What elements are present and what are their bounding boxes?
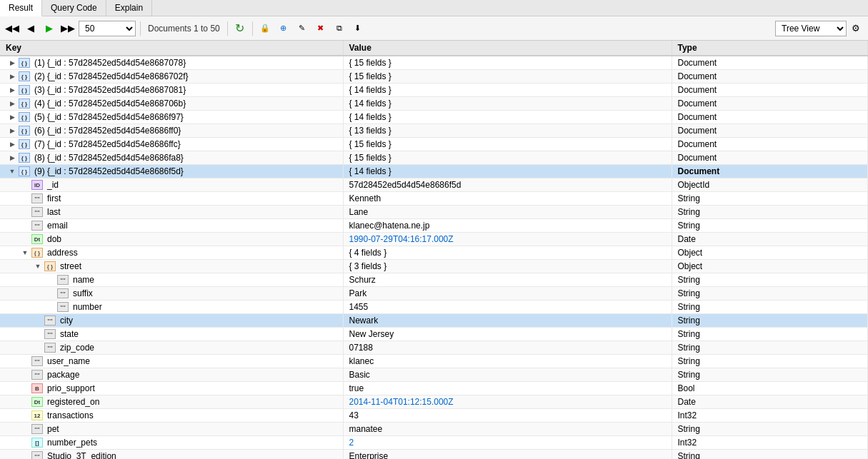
key-cell: ▶""first (0, 192, 343, 206)
table-row[interactable]: ▶""packageBasicString (0, 368, 868, 382)
tab-result[interactable]: Result (0, 0, 42, 16)
table-row[interactable]: ▶[]number_pets2Int32 (0, 436, 868, 450)
limit-select[interactable]: 50100200500 (79, 21, 136, 36)
first-btn[interactable]: ◀◀ (4, 21, 20, 36)
value-text: { 13 fields } (349, 126, 391, 136)
view-settings-btn[interactable]: ⚙ (848, 21, 864, 36)
str-icon: "" (31, 193, 43, 203)
table-row[interactable]: ▶ID_id57d28452ed5d4d54e8686f5dObjectId (0, 178, 868, 192)
str-icon: "" (31, 424, 43, 434)
table-row[interactable]: ▶12transactions43Int32 (0, 409, 868, 423)
table-row[interactable]: ▶{ }(3) {_id : 57d28452ed5d4d54e8687081}… (0, 84, 868, 97)
key-label: _id (47, 180, 59, 190)
key-cell: ▶{ }(7) {_id : 57d28452ed5d4d54e8686ffc} (0, 138, 343, 151)
value-text: { 4 fields } (349, 248, 387, 258)
table-row[interactable]: ▶""stateNew JerseyString (0, 328, 868, 341)
str-icon: "" (57, 275, 69, 285)
table-row[interactable]: ▶{ }(4) {_id : 57d28452ed5d4d54e868706b}… (0, 97, 868, 111)
value-text: 2 (349, 438, 354, 448)
str-icon: "" (31, 370, 43, 380)
table-row[interactable]: ▶""nameSchurzString (0, 273, 868, 287)
table-row[interactable]: ▶{ }(8) {_id : 57d28452ed5d4d54e8686fa8}… (0, 151, 868, 165)
value-text: New Jersey (349, 329, 394, 339)
type-cell: ObjectId (672, 178, 868, 192)
sep-1 (140, 21, 141, 36)
key-label: pet (47, 424, 59, 434)
type-cell: String (672, 301, 868, 314)
table-row[interactable]: ▶Dtregistered_on2014-11-04T01:12:15.000Z… (0, 395, 868, 409)
key-label: transactions (47, 410, 94, 420)
expand-btn[interactable]: ▶ (7, 71, 17, 81)
col-header-key: Key (0, 41, 343, 56)
collapse-btn[interactable]: ▼ (7, 166, 17, 176)
lock-btn[interactable]: 🔒 (257, 21, 273, 36)
type-cell: Object (672, 260, 868, 273)
table-row[interactable]: ▶""Studio_3T_editionEnterpriseString (0, 450, 868, 460)
tab-query-code[interactable]: Query Code (42, 0, 106, 16)
view-select-wrap: Tree ViewTable ViewJSON View ⚙ (775, 21, 864, 36)
table-row[interactable]: ▼{ }(9) {_id : 57d28452ed5d4d54e8686f5d}… (0, 165, 868, 178)
value-text: 57d28452ed5d4d54e8686f5d (349, 180, 462, 190)
table-row[interactable]: ▶""number1455String (0, 301, 868, 314)
key-cell: ▶""suffix (0, 287, 343, 301)
obj-icon: { } (44, 261, 56, 271)
table-row[interactable]: ▼{ }street{ 3 fields }Object (0, 260, 868, 273)
export-btn[interactable]: ⬇ (350, 21, 366, 36)
expand-btn[interactable]: ▶ (7, 58, 17, 68)
table-row[interactable]: ▼{ }address{ 4 fields }Object (0, 246, 868, 260)
last-btn[interactable]: ▶▶ (60, 21, 76, 36)
doc-icon: { } (19, 126, 30, 136)
key-label: zip_code (60, 343, 94, 353)
expand-btn[interactable]: ▶ (7, 85, 17, 95)
int-icon: 12 (31, 410, 43, 420)
table-row[interactable]: ▶Bprio_supporttrueBool (0, 382, 868, 395)
expand-btn[interactable]: ▶ (7, 139, 17, 149)
table-row[interactable]: ▶""lastLaneString (0, 206, 868, 219)
table-row[interactable]: ▶""petmanateeString (0, 423, 868, 436)
view-select[interactable]: Tree ViewTable ViewJSON View (775, 21, 847, 36)
key-label: (6) {_id : 57d28452ed5d4d54e8686ff0} (34, 126, 181, 136)
expand-btn[interactable]: ▶ (7, 112, 17, 122)
tab-explain[interactable]: Explain (106, 0, 152, 16)
table-row[interactable]: ▶""zip_code07188String (0, 341, 868, 355)
value-cell: New Jersey (343, 328, 672, 341)
expand-btn[interactable]: ▶ (7, 153, 17, 163)
table-row[interactable]: ▶{ }(1) {_id : 57d28452ed5d4d54e8687078}… (0, 56, 868, 70)
type-cell: Document (672, 84, 868, 97)
delete-btn[interactable]: ✖ (313, 21, 329, 36)
doc-icon: { } (19, 85, 30, 95)
table-row[interactable]: ▶{ }(6) {_id : 57d28452ed5d4d54e8686ff0}… (0, 124, 868, 138)
sep-2 (227, 21, 228, 36)
key-cell: ▶""state (0, 328, 343, 341)
str-icon: "" (31, 451, 43, 459)
table-row[interactable]: ▶""suffixParkString (0, 287, 868, 301)
play-btn[interactable]: ▶ (41, 21, 57, 36)
table-row[interactable]: ▶Dtdob1990-07-29T04:16:17.000ZDate (0, 233, 868, 246)
table-row[interactable]: ▶""cityNewarkString (0, 314, 868, 328)
table-row[interactable]: ▶{ }(2) {_id : 57d28452ed5d4d54e8686702f… (0, 70, 868, 84)
collapse-btn[interactable]: ▼ (20, 248, 30, 258)
value-cell: Basic (343, 368, 672, 382)
table-row[interactable]: ▶""user_nameklanecString (0, 355, 868, 368)
table-row[interactable]: ▶""firstKennethString (0, 192, 868, 206)
table-row[interactable]: ▶""emailklanec@hatena.ne.jpString (0, 219, 868, 233)
expand-btn[interactable]: ▶ (7, 126, 17, 136)
clone-btn[interactable]: ⧉ (331, 21, 347, 36)
doc-icon: { } (19, 153, 30, 163)
value-cell: { 14 fields } (343, 111, 672, 124)
result-table-wrap[interactable]: Key Value Type ▶{ }(1) {_id : 57d28452ed… (0, 41, 868, 459)
expand-btn[interactable]: ▶ (7, 99, 17, 109)
refresh-btn[interactable]: ↻ (232, 21, 248, 36)
prev-btn[interactable]: ◀ (23, 21, 39, 36)
add-btn[interactable]: ⊕ (276, 21, 291, 36)
key-label: email (47, 221, 68, 231)
table-row[interactable]: ▶{ }(5) {_id : 57d28452ed5d4d54e8686f97}… (0, 111, 868, 124)
key-label: number_pets (47, 438, 97, 448)
edit-btn[interactable]: ✎ (294, 21, 310, 36)
value-text: 07188 (349, 343, 373, 353)
table-row[interactable]: ▶{ }(7) {_id : 57d28452ed5d4d54e8686ffc}… (0, 138, 868, 151)
date-icon: Dt (31, 397, 43, 407)
bool-icon: B (31, 383, 43, 393)
collapse-btn[interactable]: ▼ (33, 261, 43, 271)
type-cell: Document (672, 70, 868, 84)
